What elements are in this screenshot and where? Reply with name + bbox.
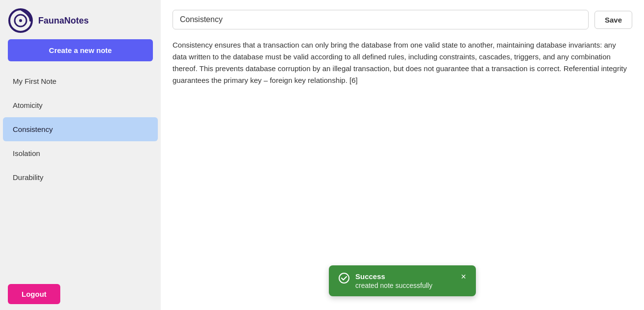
sidebar-item-atomicity[interactable]: Atomicity xyxy=(3,93,158,117)
toast-message: created note successfully xyxy=(355,282,452,289)
sidebar-item-durability[interactable]: Durability xyxy=(3,165,158,189)
toast-content: Success created note successfully xyxy=(355,272,452,289)
toast-close-button[interactable]: × xyxy=(461,272,466,281)
toast-notification: Success created note successfully × xyxy=(329,265,476,296)
logout-button[interactable]: Logout xyxy=(8,284,60,304)
app-name: FaunaNotes xyxy=(38,16,89,26)
note-body: Consistency ensures that a transaction c… xyxy=(173,39,632,300)
sidebar: FaunaNotes Create a new note My First No… xyxy=(0,0,161,310)
title-bar: Save xyxy=(173,10,632,29)
svg-point-3 xyxy=(339,273,349,283)
toast-success-icon xyxy=(339,273,349,284)
sidebar-item-consistency[interactable]: Consistency xyxy=(3,117,158,141)
note-title-input[interactable] xyxy=(173,10,589,29)
toast-title: Success xyxy=(355,272,452,281)
notes-list: My First Note Atomicity Consistency Isol… xyxy=(0,67,161,278)
create-note-button[interactable]: Create a new note xyxy=(8,39,153,61)
logout-area: Logout xyxy=(0,278,161,310)
main-content: Save Consistency ensures that a transact… xyxy=(161,0,644,310)
sidebar-item-isolation[interactable]: Isolation xyxy=(3,141,158,165)
faunanotes-logo-icon xyxy=(8,8,33,33)
sidebar-item-my-first-note[interactable]: My First Note xyxy=(3,69,158,93)
svg-point-2 xyxy=(19,19,22,22)
logo-area: FaunaNotes xyxy=(0,0,161,39)
save-button[interactable]: Save xyxy=(594,11,632,29)
